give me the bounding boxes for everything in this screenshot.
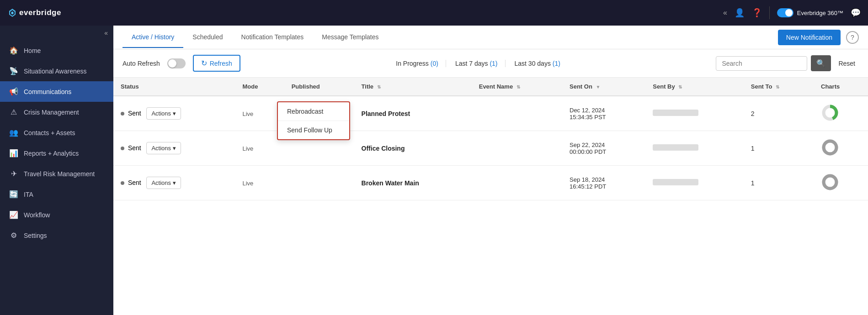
collapse-icon[interactable]: « (723, 9, 727, 17)
col-event-name[interactable]: Event Name ⇅ (472, 78, 562, 96)
sidebar-item-contacts-assets[interactable]: 👥 Contacts + Assets (0, 122, 113, 143)
ita-icon: 🔄 (9, 190, 18, 199)
row2-chart-donut (821, 138, 839, 157)
svg-point-3 (824, 141, 836, 154)
tab-scheduled[interactable]: Scheduled (183, 27, 232, 48)
col-status: Status (113, 78, 235, 96)
sidebar-item-ita[interactable]: 🔄 ITA (0, 184, 113, 205)
last-30-days-filter[interactable]: Last 30 days (1) (507, 60, 568, 67)
row1-actions-chevron: ▾ (173, 110, 176, 117)
logo-area: everbridge (7, 8, 723, 18)
reset-button[interactable]: Reset (835, 58, 859, 69)
row3-published (284, 166, 354, 200)
sidebar-item-travel-risk-management[interactable]: ✈ Travel Risk Management (0, 163, 113, 184)
auto-refresh-toggle[interactable] (167, 58, 186, 68)
tab-bar: Active / History Scheduled Notification … (113, 26, 868, 49)
last-7-days-filter[interactable]: Last 7 days (1) (448, 60, 506, 67)
refresh-button[interactable]: ↻ Refresh (193, 55, 240, 72)
sent-on-sort-icon: ▼ (596, 84, 600, 89)
everbridge360-toggle[interactable] (777, 8, 793, 17)
col-sent-to[interactable]: Sent To ⇅ (744, 78, 814, 96)
sidebar-label-workflow: Workflow (24, 211, 50, 219)
dropdown-rebroadcast[interactable]: Rebroadcast (278, 102, 349, 121)
sidebar-item-communications[interactable]: 📢 Communications (0, 81, 113, 102)
crisis-management-icon: ⚠ (9, 108, 18, 116)
new-notification-button[interactable]: New Notification (778, 30, 841, 45)
row3-actions-button[interactable]: Actions ▾ (146, 177, 181, 189)
actions-dropdown: Rebroadcast Send Follow Up (277, 101, 350, 140)
dropdown-send-follow-up[interactable]: Send Follow Up (278, 121, 349, 139)
sidebar-item-situational-awareness[interactable]: 📡 Situational Awareness (0, 61, 113, 81)
sidebar-label-situational-awareness: Situational Awareness (24, 68, 87, 75)
situational-awareness-icon: 📡 (9, 67, 18, 75)
sidebar-label-contacts-assets: Contacts + Assets (24, 129, 75, 136)
tab-help-button[interactable]: ? (846, 31, 859, 44)
person-icon[interactable]: 👤 (735, 8, 745, 18)
row2-title: Office Closing (354, 131, 472, 166)
table-body: Sent Actions ▾ Live Planned P (113, 96, 868, 200)
row3-chart (814, 166, 868, 200)
sidebar: « 🏠 Home 📡 Situational Awareness 📢 Commu… (0, 26, 113, 315)
header-right: « 👤 ❓ Everbridge 360™ 💬 (723, 6, 861, 19)
tab-notification-templates[interactable]: Notification Templates (232, 27, 313, 48)
sidebar-item-home[interactable]: 🏠 Home (0, 40, 113, 61)
svg-point-5 (824, 176, 836, 189)
toolbar: Auto Refresh ↻ Refresh In Progress (0) L… (113, 49, 868, 78)
table-header: Status Mode Published Title ⇅ (113, 78, 868, 96)
search-area: 🔍 Reset (716, 55, 859, 71)
sidebar-label-communications: Communications (24, 88, 71, 95)
search-button[interactable]: 🔍 (811, 55, 831, 71)
tab-message-templates[interactable]: Message Templates (313, 27, 388, 48)
sidebar-label-crisis-management: Crisis Management (24, 109, 79, 116)
row1-chart-donut (821, 104, 839, 122)
row2-actions-chevron: ▾ (173, 145, 176, 152)
row3-event-name (472, 166, 562, 200)
row2-sent-by-value (653, 144, 698, 151)
col-sent-on[interactable]: Sent On ▼ (562, 78, 645, 96)
toggle-label: Everbridge 360™ (797, 10, 843, 16)
row2-actions-button[interactable]: Actions ▾ (146, 142, 181, 154)
col-sent-by[interactable]: Sent By ⇅ (645, 78, 743, 96)
row2-status: Sent Actions ▾ (113, 131, 235, 166)
col-title[interactable]: Title ⇅ (354, 78, 472, 96)
auto-refresh-label: Auto Refresh (122, 60, 160, 67)
tab-list: Active / History Scheduled Notification … (122, 27, 778, 48)
search-input[interactable] (716, 56, 807, 71)
sidebar-item-crisis-management[interactable]: ⚠ Crisis Management (0, 102, 113, 122)
table-row: Sent Actions ▾ Live Planned P (113, 96, 868, 131)
home-icon: 🏠 (9, 46, 18, 55)
sent-to-sort-icon: ⇅ (776, 84, 779, 89)
row3-status: Sent Actions ▾ (113, 166, 235, 200)
sidebar-collapse-btn[interactable]: « (0, 26, 113, 40)
contacts-assets-icon: 👥 (9, 128, 18, 137)
sidebar-label-reports-analytics: Reports + Analytics (24, 150, 79, 157)
row3-actions-chevron: ▾ (173, 179, 176, 186)
tab-actions: New Notification ? (778, 30, 859, 45)
row3-sent-by-value (653, 179, 698, 185)
table-container: Rebroadcast Send Follow Up Status Mode P… (113, 78, 868, 315)
toggle-area: Everbridge 360™ (777, 8, 843, 17)
row1-event-name (472, 96, 562, 131)
row1-title: Planned Protest (354, 96, 472, 131)
row2-sent-to: 1 (744, 131, 814, 166)
reports-analytics-icon: 📊 (9, 149, 18, 158)
row1-actions-button[interactable]: Actions ▾ (146, 107, 181, 120)
chat-icon[interactable]: 💬 (851, 8, 861, 18)
row1-chart (814, 96, 868, 131)
row2-chart (814, 131, 868, 166)
sidebar-item-reports-analytics[interactable]: 📊 Reports + Analytics (0, 143, 113, 163)
tab-active-history[interactable]: Active / History (122, 27, 183, 48)
workflow-icon: 📈 (9, 210, 18, 219)
main-layout: « 🏠 Home 📡 Situational Awareness 📢 Commu… (0, 26, 868, 315)
table-row: Sent Actions ▾ Live Office Cl (113, 131, 868, 166)
sidebar-label-travel-risk: Travel Risk Management (24, 170, 95, 178)
sidebar-item-settings[interactable]: ⚙ Settings (0, 225, 113, 246)
top-header: everbridge « 👤 ❓ Everbridge 360™ 💬 (0, 0, 868, 26)
in-progress-filter[interactable]: In Progress (0) (389, 60, 446, 67)
row2-sent-by (645, 131, 743, 166)
help-icon[interactable]: ❓ (752, 8, 762, 18)
col-charts: Charts (814, 78, 868, 96)
table-row: Sent Actions ▾ Live Broken Wa (113, 166, 868, 200)
row1-sent-by-value (653, 110, 698, 116)
sidebar-item-workflow[interactable]: 📈 Workflow (0, 205, 113, 225)
